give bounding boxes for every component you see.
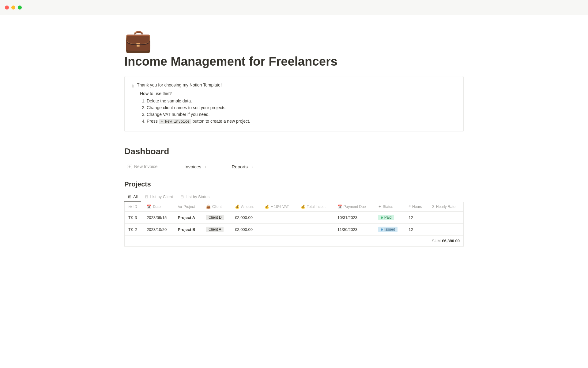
col-total-icon: 💰 — [301, 205, 305, 209]
page-title: Income Management for Freelancers — [124, 54, 464, 69]
col-hourly-label: Hourly Rate — [436, 205, 455, 209]
col-id: № ID — [125, 202, 143, 212]
col-hours-icon: # — [409, 205, 411, 209]
step-2: Change client names to suit your project… — [147, 105, 456, 110]
issued-dot — [381, 228, 383, 231]
tab-client-icon: ⊟ — [145, 194, 148, 199]
cell-payment-1: 11/30/2023 — [334, 224, 375, 236]
tab-all-label: All — [133, 194, 138, 199]
table-row[interactable]: TK-2 2023/10/20 Project B Client A €2,00… — [125, 224, 463, 236]
col-client: 👜 Client — [202, 202, 231, 212]
cell-date-0: 2023/09/15 — [143, 212, 174, 224]
new-invoice-label: New Invoice — [134, 164, 157, 169]
sum-row: SUM €6,380.00 — [125, 235, 463, 246]
cell-hours-0: 12 — [405, 212, 428, 224]
col-hours: # Hours — [405, 202, 428, 212]
table-row[interactable]: TK-3 2023/09/15 Project A Client D €2,00… — [125, 212, 463, 224]
col-date-icon: 📅 — [147, 205, 151, 209]
col-id-icon: № — [128, 205, 132, 209]
projects-table: № ID 📅 Date Aa Project — [125, 202, 463, 235]
info-box-howto: How to use this? — [132, 91, 456, 96]
col-status-label: Status — [383, 205, 393, 209]
dashboard-title: Dashboard — [124, 147, 464, 156]
col-status-icon: ✦ — [378, 205, 381, 209]
cell-payment-0: 10/31/2023 — [334, 212, 375, 224]
page-icon: 💼 — [124, 29, 464, 52]
tab-status-icon: ⊟ — [180, 194, 184, 199]
info-box-header-text: Thank you for choosing my Notion Templat… — [137, 82, 222, 87]
paid-dot — [381, 217, 383, 219]
invoices-link[interactable]: Invoices → — [184, 164, 207, 169]
status-badge-paid: Paid — [378, 215, 394, 220]
info-box: ℹ Thank you for choosing my Notion Templ… — [124, 76, 464, 132]
cell-id-1: TK-2 — [125, 224, 143, 236]
sum-label: SUM — [432, 239, 441, 243]
cell-hourly-0 — [428, 212, 463, 224]
projects-title: Projects — [124, 180, 464, 188]
cell-amount-1: €2,000.00 — [231, 224, 261, 236]
tab-all[interactable]: ⊞ All — [124, 192, 141, 202]
cell-total-1 — [297, 224, 334, 236]
col-client-label: Client — [212, 205, 222, 209]
col-payment-due: 📅 Payment Due — [334, 202, 375, 212]
col-project: Aa Project — [174, 202, 202, 212]
cell-vat-1 — [261, 224, 297, 236]
traffic-light-green[interactable] — [18, 6, 22, 10]
status-badge-issued: Issued — [378, 227, 398, 232]
tab-list-by-status[interactable]: ⊟ List by Status — [177, 192, 213, 202]
cell-project-0: Project A — [174, 212, 202, 224]
traffic-light-yellow[interactable] — [11, 6, 15, 10]
info-box-steps: Delete the sample data. Change client na… — [132, 98, 456, 124]
cell-client-1: Client A — [202, 224, 231, 236]
col-hours-label: Hours — [412, 205, 422, 209]
cell-client-0: Client D — [202, 212, 231, 224]
info-icon: ℹ — [132, 83, 134, 89]
col-project-label: Project — [183, 205, 195, 209]
cell-hourly-1 — [428, 224, 463, 236]
inline-code: + New Invoice — [159, 119, 191, 124]
step-4: Press + New Invoice button to create a n… — [147, 119, 456, 124]
col-project-icon: Aa — [178, 205, 182, 209]
tab-client-label: List by Client — [150, 194, 173, 199]
cell-id-0: TK-3 — [125, 212, 143, 224]
table-header-row: № ID 📅 Date Aa Project — [125, 202, 463, 212]
col-payment-label: Payment Due — [344, 205, 366, 209]
step-3: Change VAT number if you need. — [147, 112, 456, 117]
cell-status-0: Paid — [375, 212, 405, 224]
col-amount-label: Amount — [241, 205, 254, 209]
cell-date-1: 2023/10/20 — [143, 224, 174, 236]
cell-vat-0 — [261, 212, 297, 224]
tab-status-label: List by Status — [186, 194, 209, 199]
col-hourly-icon: Σ — [432, 205, 434, 209]
col-total-label: Total Inco... — [307, 205, 326, 209]
col-id-label: ID — [134, 205, 137, 209]
col-hourly-rate: Σ Hourly Rate — [428, 202, 463, 212]
cell-total-0 — [297, 212, 334, 224]
col-vat: 💰 + 10% VAT — [261, 202, 297, 212]
table-body: TK-3 2023/09/15 Project A Client D €2,00… — [125, 212, 463, 236]
projects-table-wrapper: № ID 📅 Date Aa Project — [124, 202, 464, 247]
traffic-light-red[interactable] — [5, 6, 9, 10]
col-amount-icon: 💰 — [235, 205, 239, 209]
client-badge-0: Client D — [206, 215, 224, 220]
step-1: Delete the sample data. — [147, 98, 456, 103]
col-payment-icon: 📅 — [337, 205, 342, 209]
cell-status-1: Issued — [375, 224, 405, 236]
col-date: 📅 Date — [143, 202, 174, 212]
sum-value: €6,380.00 — [442, 239, 460, 243]
paid-label: Paid — [384, 215, 392, 220]
col-amount: 💰 Amount — [231, 202, 261, 212]
col-client-icon: 👜 — [206, 205, 211, 209]
reports-link[interactable]: Reports → — [232, 164, 254, 169]
new-invoice-button[interactable]: + New Invoice — [124, 163, 160, 171]
cell-hours-1: 12 — [405, 224, 428, 236]
col-vat-label: + 10% VAT — [271, 205, 289, 209]
cell-project-1: Project B — [174, 224, 202, 236]
col-vat-icon: 💰 — [265, 205, 269, 209]
col-total: 💰 Total Inco... — [297, 202, 334, 212]
tab-list-by-client[interactable]: ⊟ List by Client — [141, 192, 176, 202]
issued-label: Issued — [384, 227, 395, 232]
col-date-label: Date — [153, 205, 160, 209]
cell-amount-0: €2,000.00 — [231, 212, 261, 224]
main-content: 💼 Income Management for Freelancers ℹ Th… — [95, 15, 493, 271]
